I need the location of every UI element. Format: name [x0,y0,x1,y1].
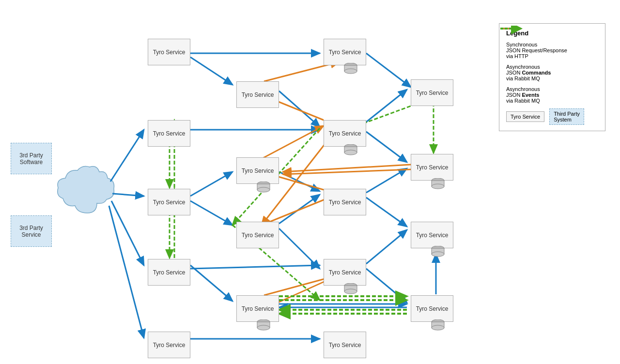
node-s13-label: Tyro Service [153,269,186,276]
legend-async-evt: AsynchronousJSON Eventsvia Rabbit MQ [506,86,598,104]
svg-point-26 [432,252,444,257]
svg-point-17 [344,150,357,155]
node-s17-label: Tyro Service [153,342,186,349]
arrow-cloud-s17 [109,206,144,338]
node-s2-label: Tyro Service [329,49,361,56]
node-s7: Tyro Service [236,157,279,184]
node-s9-label: Tyro Service [153,199,186,206]
arrow-cloud-s5 [110,130,144,182]
node-s2: Tyro Service [324,39,366,65]
node-s3: Tyro Service [236,81,279,108]
svg-point-23 [432,184,444,189]
cloud-shape [58,167,114,213]
svg-point-29 [344,289,357,294]
architecture-diagram: Legend SynchronousJSON Request/Responsev… [0,0,620,364]
arrow-s3-s6 [279,91,320,127]
node-s5: Tyro Service [148,120,190,147]
orange-s7-s6 [262,126,324,159]
arrow-cloud-s9 [112,194,144,196]
arrow-s1-s3 [190,57,232,85]
svg-point-14 [344,69,357,74]
arrow-s9-s7 [190,172,232,196]
node-s7-label: Tyro Service [242,167,274,174]
node-s9: Tyro Service [148,189,190,215]
svg-point-20 [257,187,270,192]
node-s3-label: Tyro Service [242,91,274,98]
node-s1-label: Tyro Service [153,49,186,56]
node-s17: Tyro Service [148,332,190,358]
node-3rd-party-software: 3rd PartySoftware [11,143,52,174]
node-3pv-label: 3rd PartyService [19,225,43,238]
svg-point-32 [257,325,270,330]
node-3rd-party-service: 3rd PartyService [11,215,52,247]
node-3ps-label: 3rd PartySoftware [19,152,43,166]
svg-point-35 [432,325,444,330]
node-s13: Tyro Service [148,259,190,286]
legend: Legend SynchronousJSON Request/Responsev… [499,23,605,131]
node-s1: Tyro Service [148,39,190,65]
node-s5-label: Tyro Service [153,130,186,137]
arrow-s13-s15 [190,265,232,301]
arrow-s9-s11 [190,201,232,225]
